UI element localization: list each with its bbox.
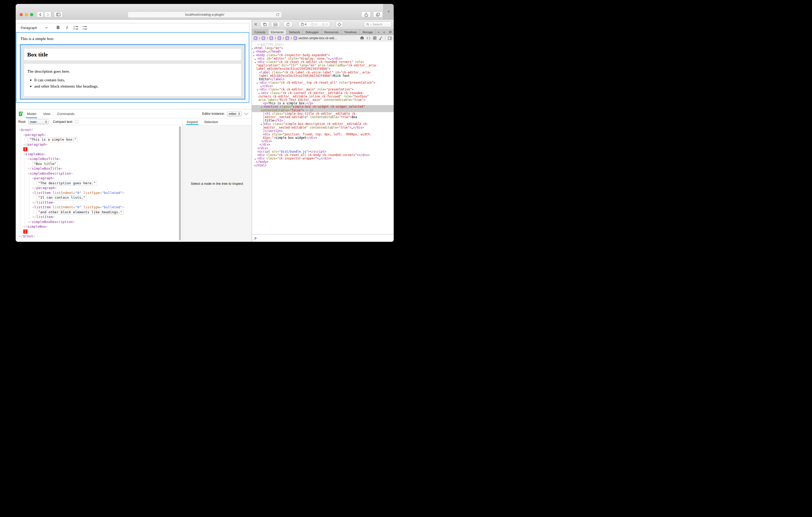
element-badge-icon[interactable]: E [262, 36, 265, 40]
browser-window: localhost/creating-a-plugin/ + [16, 4, 394, 242]
print-icon[interactable] [360, 36, 364, 40]
model-tree[interactable]: <$root><paragraph>"This is a simple box:… [16, 125, 182, 239]
root-select[interactable]: main [28, 119, 49, 124]
error-count-badge[interactable]: 0 [309, 23, 319, 26]
devtools-tab-resources[interactable]: Resources [321, 29, 341, 35]
devtools-search-field[interactable]: Search [364, 22, 392, 27]
element-badge-icon[interactable]: E [293, 36, 297, 40]
warning-count-badge[interactable]: 0 [319, 23, 330, 26]
tree-node-line[interactable]: <paragraph> [23, 132, 178, 138]
simple-box-title-field[interactable]: Box title [24, 48, 241, 61]
element-badge-icon[interactable]: E [254, 36, 257, 40]
devtools-tab-storage[interactable]: Storage [360, 29, 376, 35]
editor-instance-select[interactable]: editor [227, 111, 242, 116]
forward-button[interactable] [44, 11, 51, 18]
dom-node-line[interactable]: </body> [252, 160, 394, 163]
tree-node-line[interactable]: </simpleBox> [23, 224, 178, 229]
tree-node-line[interactable]: </simpleBoxDescription> [28, 219, 178, 224]
tree-node-line[interactable]: <paragraph> [32, 176, 178, 181]
inspector-tab-view[interactable]: View [43, 109, 50, 118]
rich-text-editable[interactable]: This is a simple box: Box title The desc… [16, 32, 249, 103]
tab-overview-button[interactable] [373, 11, 383, 18]
tree-node-line[interactable]: </simpleBoxTitle> [28, 166, 178, 171]
compact-text-checkbox[interactable] [75, 120, 79, 123]
inspector-tab-model[interactable]: Model [27, 109, 36, 118]
tree-node-line[interactable]: </paragraph> [32, 186, 178, 190]
dock-devtools-button[interactable] [271, 22, 280, 27]
share-button[interactable] [361, 11, 371, 18]
devtools-tab-network[interactable]: Network [286, 29, 303, 35]
tree-node-line[interactable]: "The description goes here." [37, 181, 178, 186]
list-item: and other block elements like headings. [34, 84, 238, 89]
devtools-tab-elements[interactable]: Elements [268, 29, 286, 35]
inspector-side-tabs: InspectSelection [182, 118, 252, 125]
dom-node-line[interactable]: ▶<div class="ck ck-editor__top ck-reset_… [252, 81, 394, 84]
reload-page-button[interactable] [284, 22, 292, 27]
side-tab-inspect[interactable]: Inspect [187, 120, 198, 125]
element-badge-icon[interactable]: E [278, 36, 281, 40]
bold-button[interactable]: B [54, 25, 62, 30]
grid-layout-icon[interactable] [373, 36, 376, 40]
address-bar[interactable]: localhost/creating-a-plugin/ [128, 11, 282, 18]
simple-box-widget[interactable]: Box title The description goes here. It … [20, 44, 245, 99]
bulleted-list-button[interactable] [80, 26, 89, 30]
styles-brush-icon[interactable] [379, 36, 382, 40]
tree-scrollbar[interactable] [179, 126, 181, 240]
paragraph-style-dropdown[interactable]: Paragraph [21, 26, 48, 30]
tree-node-line[interactable]: <listItem listIndent="0" listType="bulle… [32, 205, 178, 210]
intro-paragraph[interactable]: This is a simple box: [21, 36, 245, 41]
inspector-tab-commands[interactable]: Commands [57, 109, 74, 118]
new-tab-button[interactable]: + [383, 4, 394, 19]
close-devtools-button[interactable]: ✕ [254, 22, 258, 27]
italic-button[interactable]: I [62, 25, 71, 30]
minimize-window-button[interactable] [25, 13, 28, 16]
dom-node-line[interactable]: </html> [252, 164, 394, 167]
element-badge-icon[interactable]: E [285, 36, 289, 40]
devtools-tab-console[interactable]: Console [252, 29, 268, 35]
tab-overflow-icon[interactable]: » [376, 30, 381, 34]
devtools-tab-timelines[interactable]: Timelines [341, 29, 360, 35]
gear-icon[interactable]: ⚙ [387, 30, 394, 34]
add-tab-icon[interactable]: + [381, 30, 387, 34]
sidebar-toggle-button[interactable] [54, 11, 62, 18]
chevron-down-icon [45, 27, 48, 29]
collapse-inspector-button[interactable] [244, 113, 249, 115]
tree-node-line[interactable]: </$root> [19, 234, 178, 239]
tree-node-line[interactable]: <listItem listIndent="0" listType="bulle… [32, 190, 178, 195]
element-picker-button[interactable] [336, 22, 343, 27]
devtools-tabs: ConsoleElementsNetworkDebuggerResourcesT… [252, 29, 394, 35]
tree-node-line[interactable]: ] [23, 229, 178, 234]
tree-node-line[interactable]: "It can contain lists," [37, 195, 178, 200]
tree-node-line[interactable]: [ [23, 147, 178, 152]
source-code-icon[interactable] [367, 37, 370, 40]
dom-node-line[interactable]: </div> [252, 143, 394, 146]
tree-node-line[interactable]: <simpleBox> [23, 152, 178, 157]
close-window-button[interactable] [20, 13, 23, 16]
details-sidebar-toggle-icon[interactable] [388, 37, 392, 40]
dom-node-line[interactable]: ▶<div class="ck-inspector-wrapper">…</di… [252, 157, 394, 160]
tree-node-line[interactable]: "This is a simple box:" [28, 137, 178, 142]
back-button[interactable] [37, 11, 44, 18]
tree-node-line[interactable]: </paragraph> [23, 142, 178, 147]
tree-node-line[interactable]: "Box title" [32, 161, 178, 166]
tree-node-line[interactable]: <$root> [19, 127, 178, 132]
tree-node-line[interactable]: </listItem> [32, 215, 178, 219]
tree-node-line[interactable]: </listItem> [32, 200, 178, 205]
tree-node-line[interactable]: <simpleBoxTitle> [28, 157, 178, 161]
dom-node-line[interactable]: 42px;">simple box widget</div> [252, 136, 394, 140]
breadcrumb-current[interactable]: section.simple-box.ck-wid… [298, 36, 338, 40]
tree-node-line[interactable]: <simpleBoxDescription> [28, 171, 178, 176]
resource-count-badge[interactable]: 4 [299, 23, 309, 26]
dom-tree[interactable]: <!DOCTYPE html>▼<html lang="en">▶<head>…… [252, 41, 394, 234]
reload-button[interactable] [276, 13, 280, 17]
simple-box-description-field[interactable]: The description goes here. It can contai… [24, 63, 241, 96]
dom-node-line[interactable]: </div> [252, 140, 394, 143]
devtools-tab-debugger[interactable]: Debugger [303, 29, 322, 35]
element-badge-icon[interactable]: E [269, 36, 273, 40]
zoom-window-button[interactable] [30, 13, 33, 16]
detach-devtools-button[interactable] [260, 22, 269, 27]
side-tab-selection[interactable]: Selection [204, 120, 218, 125]
numbered-list-button[interactable]: 1 2 [71, 26, 80, 30]
tree-node-line[interactable]: "and other block elements like headings.… [37, 210, 178, 215]
console-prompt[interactable] [252, 234, 394, 242]
